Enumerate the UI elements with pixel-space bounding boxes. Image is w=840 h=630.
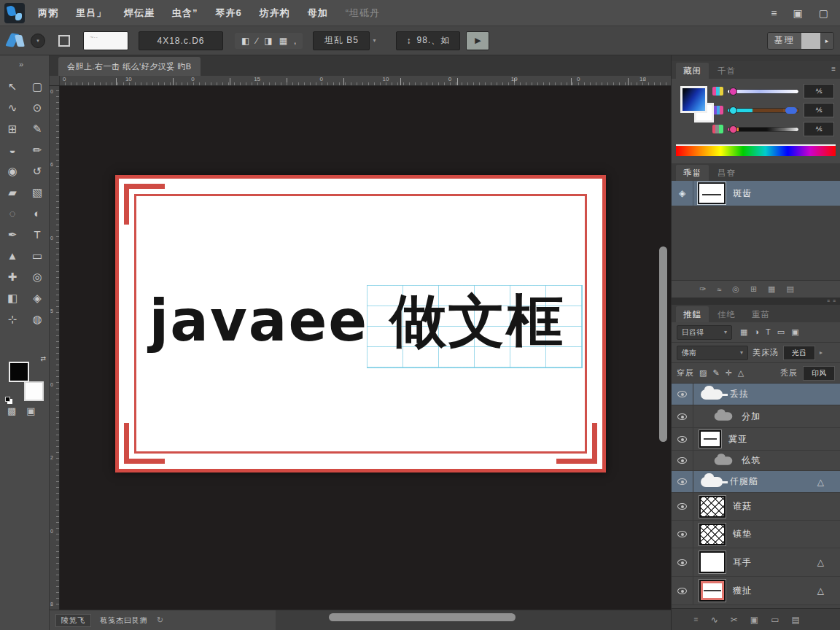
opacity-value-box[interactable]: 光舀: [783, 346, 815, 360]
channel-row-selected[interactable]: ◈ 斑齿: [672, 181, 840, 206]
document-tab[interactable]: 会胆上.右一击 纸么'好夕汉妥 旳B: [58, 57, 201, 76]
mode-icon-4[interactable]: ▦: [279, 36, 287, 46]
visibility-eye-icon[interactable]: [672, 493, 693, 520]
tab-swatches[interactable]: 千首: [710, 63, 743, 79]
visibility-eye-icon[interactable]: [672, 548, 693, 576]
active-tool-icon[interactable]: [6, 31, 28, 50]
menu-item-5[interactable]: 琴卉6: [216, 7, 242, 20]
tool-brush-icon[interactable]: ✏: [28, 144, 46, 156]
opacity-arrow-icon[interactable]: ▸: [820, 349, 822, 356]
slider-knob-3[interactable]: [729, 125, 737, 133]
visibility-eye-icon[interactable]: [672, 384, 693, 405]
window-icon[interactable]: ▢: [819, 7, 828, 19]
foreground-color-swatch[interactable]: [9, 362, 29, 382]
swap-colors-icon[interactable]: ⇄: [40, 355, 46, 362]
mode-field-chevron-icon[interactable]: ▾: [373, 37, 376, 44]
color-slider-2[interactable]: [727, 108, 799, 113]
channels-footer-icon-1[interactable]: ✑: [699, 284, 706, 294]
filter-smart-object-icon[interactable]: ▣: [791, 327, 798, 337]
hamburger-icon[interactable]: ≡: [771, 7, 777, 19]
foreground-preview-swatch[interactable]: [680, 86, 707, 113]
lock-position-icon[interactable]: ✛: [726, 368, 732, 378]
tool-marquee-icon[interactable]: ▢: [28, 80, 46, 93]
mode-icon-3[interactable]: ◨: [264, 36, 272, 46]
layer-row-7[interactable]: 镇垫: [672, 521, 840, 548]
mode-icon-2[interactable]: ∕: [256, 36, 257, 46]
layer-mask-icon[interactable]: ✂: [731, 615, 738, 625]
channel-thumbnail[interactable]: [698, 182, 726, 204]
slider-value-1[interactable]: ⅍: [804, 84, 834, 98]
tool-extra1-icon[interactable]: ◧: [4, 292, 21, 304]
filter-type-icon[interactable]: T: [766, 327, 771, 337]
tool-clone-icon[interactable]: ◉: [4, 165, 21, 177]
slider-value-3[interactable]: ⅍: [804, 122, 834, 136]
horizontal-scrollbar[interactable]: [329, 613, 516, 621]
tool-extra2-icon[interactable]: ◈: [28, 292, 46, 304]
tool-heal-icon[interactable]: ◒: [4, 144, 21, 156]
select-and-mask-button[interactable]: 基理 ▸: [767, 32, 834, 50]
lock-transparent-icon[interactable]: ▨: [699, 368, 707, 378]
zoom-level-box[interactable]: 陵笕飞: [55, 614, 91, 627]
color-slider-1[interactable]: [727, 89, 799, 94]
layer-style-icon[interactable]: ∿: [711, 615, 718, 625]
visibility-eye-icon[interactable]: [672, 428, 693, 450]
menu-item-7[interactable]: 母加: [308, 7, 328, 20]
channels-footer-icon-3[interactable]: ◎: [732, 284, 739, 294]
channel-visibility-icon[interactable]: ◈: [672, 181, 693, 206]
tab-paths[interactable]: 昌眘: [710, 165, 743, 181]
menu-item-6[interactable]: 坊卉杓: [260, 7, 290, 20]
tool-shape-icon[interactable]: ▭: [28, 249, 46, 262]
layer-row-5[interactable]: 仟腿艏 △: [672, 471, 840, 493]
tool-pen-icon[interactable]: ✒: [4, 228, 21, 241]
tool-type-icon[interactable]: T: [28, 228, 46, 241]
visibility-eye-icon[interactable]: [672, 471, 693, 492]
layer-row-8[interactable]: 耳手 △: [672, 548, 840, 577]
tool-history-brush-icon[interactable]: ↺: [28, 165, 46, 177]
brush-preview-box[interactable]: [83, 31, 128, 50]
tool-eyedropper-icon[interactable]: ✎: [28, 122, 46, 135]
palette-collapse-icon[interactable]: »: [19, 60, 23, 69]
menu-item-3[interactable]: 焊伝崖: [124, 7, 155, 20]
filter-adjustment-icon[interactable]: ◑: [754, 327, 759, 337]
link-layers-icon[interactable]: ≣: [693, 616, 699, 623]
mode-icon-1[interactable]: ◧: [241, 36, 249, 46]
quick-mask-icon[interactable]: ▩: [7, 405, 16, 416]
layer-row-3[interactable]: 冀亚: [672, 428, 840, 451]
tool-path-select-icon[interactable]: ▲: [4, 249, 21, 262]
fill-value-box[interactable]: 印风: [803, 366, 835, 381]
vertical-scrollbar[interactable]: [659, 246, 667, 442]
visibility-eye-icon[interactable]: [672, 451, 693, 470]
layer-row-2[interactable]: 分加: [672, 405, 840, 428]
lock-pixels-icon[interactable]: ✎: [712, 368, 719, 378]
menu-item-1[interactable]: 两粥: [38, 7, 58, 20]
blend-mode-dropdown[interactable]: 佛南 ▾: [677, 346, 748, 360]
tool-lasso-icon[interactable]: ∿: [4, 101, 21, 114]
new-layer-icon[interactable]: ▤: [792, 615, 800, 625]
layer-row-4[interactable]: 仫筑: [672, 451, 840, 471]
tool-crop-icon[interactable]: ⊞: [4, 122, 21, 135]
blend-mode-field[interactable]: 坦乱 B5: [313, 31, 370, 50]
background-color-swatch[interactable]: [24, 381, 44, 401]
slider-knob-2[interactable]: [729, 106, 737, 114]
lock-all-icon[interactable]: △: [738, 368, 744, 378]
color-spectrum-bar[interactable]: [676, 144, 836, 156]
layer-thumbnail[interactable]: [699, 430, 721, 448]
tool-blur-icon[interactable]: ◌: [4, 207, 21, 219]
channels-footer-icon-2[interactable]: ≈: [717, 285, 721, 294]
opacity-field[interactable]: ↕ 98.、如: [396, 31, 460, 50]
channels-footer-icon-4[interactable]: ⊞: [750, 284, 757, 294]
layer-thumbnail[interactable]: [699, 524, 726, 545]
tool-hand-icon[interactable]: ✚: [4, 271, 21, 283]
layer-row-1[interactable]: 丢抾: [672, 384, 840, 405]
channels-footer-icon-5[interactable]: ▦: [768, 284, 775, 294]
visibility-eye-icon[interactable]: [672, 577, 693, 604]
filter-shape-icon[interactable]: ▭: [777, 327, 785, 337]
menu-item-8[interactable]: “坦砥丹: [346, 7, 380, 20]
tab-channels-2[interactable]: 佳绝: [710, 306, 743, 322]
channels-footer-icon-6[interactable]: ▤: [787, 284, 794, 294]
layer-thumbnail[interactable]: [699, 551, 726, 573]
tab-paths-2[interactable]: 重苗: [744, 306, 777, 322]
adjustment-layer-icon[interactable]: ▣: [750, 615, 758, 625]
layer-thumbnail[interactable]: [699, 496, 726, 518]
layer-filter-dropdown[interactable]: 日舀得 ▾: [677, 325, 732, 340]
